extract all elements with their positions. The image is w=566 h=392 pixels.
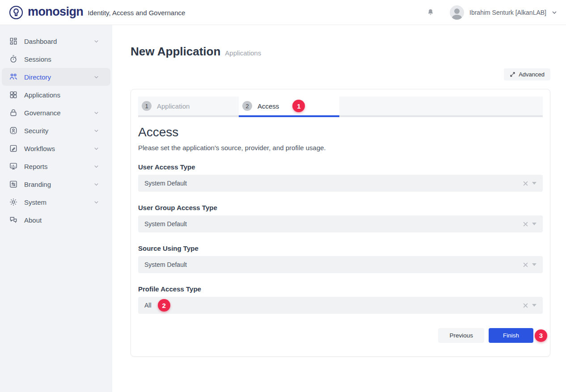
sidebar-item-dashboard[interactable]: Dashboard [2,32,110,50]
step-number: 1 [142,101,152,111]
main-content: New Application Applications Advanced 1 [112,25,566,392]
tab-strip-filler [339,97,543,117]
clear-icon[interactable] [523,222,528,227]
sidebar-item-security[interactable]: Security [2,122,110,139]
chat-question-icon [9,215,18,224]
app-window: monosign Identity, Access and Governance… [0,0,566,392]
users-icon [9,72,18,81]
chevron-down-icon[interactable] [551,9,558,16]
annotation-badge-2: 2 [158,299,170,312]
user-badge-icon [9,126,18,135]
expand-arrows-icon [510,72,515,77]
clear-icon[interactable] [523,181,528,186]
brand-tagline: Identity, Access and Governance [88,9,185,17]
profile-access-type-select[interactable]: All 2 [138,297,543,314]
advanced-button[interactable]: Advanced [504,68,550,80]
chevron-down-icon [93,163,100,170]
chevron-down-icon [93,110,100,116]
step-tab-application[interactable]: 1 Application [138,97,239,117]
chevron-down-icon [93,127,100,134]
section-heading: Access [138,125,543,139]
wizard-steps: 1 Application 2 Access 1 [138,97,543,117]
brand-wordmark: monosign [28,5,83,19]
sidebar-item-branding[interactable]: Branding [2,175,110,193]
field-source-using-type: Source Using Type System Default [138,244,543,273]
chevron-down-icon [93,145,100,152]
apps-grid-icon [9,90,18,99]
sliders-icon [9,180,18,189]
chevron-down-icon [93,181,100,188]
page-header: New Application Applications [131,45,550,59]
sidebar-item-sessions[interactable]: Sessions [2,50,110,68]
user-access-type-select[interactable]: System Default [138,175,543,192]
source-using-type-select[interactable]: System Default [138,256,543,273]
gear-icon [9,198,18,207]
sidebar-item-system[interactable]: System [2,193,110,211]
chevron-down-icon [93,74,100,80]
caret-down-icon[interactable] [532,263,536,266]
sidebar-item-applications[interactable]: Applications [2,86,110,104]
field-user-access-type: User Access Type System Default [138,163,543,192]
chart-monitor-icon [9,162,18,171]
user-group-access-type-select[interactable]: System Default [138,215,543,232]
stopwatch-icon [9,55,18,63]
caret-down-icon[interactable] [532,182,536,185]
clear-icon[interactable] [523,303,528,308]
sidebar-item-reports[interactable]: Reports [2,157,110,175]
user-avatar[interactable] [450,5,464,20]
lock-icon [9,108,18,117]
field-user-group-access-type: User Group Access Type System Default [138,204,543,232]
caret-down-icon[interactable] [532,223,536,225]
sidebar-item-governance[interactable]: Governance [2,104,110,122]
wizard-card: 1 Application 2 Access 1 Access Please s… [131,89,550,357]
finish-button[interactable]: Finish [489,328,533,343]
brand-logo[interactable]: monosign [8,4,83,21]
previous-button[interactable]: Previous [438,328,484,343]
annotation-badge-3: 3 [535,329,547,342]
annotation-badge-1: 1 [292,100,305,112]
notification-bell-icon[interactable] [427,8,435,17]
chevron-down-icon [93,38,100,45]
step-tab-access[interactable]: 2 Access 1 [239,97,339,117]
sidebar-nav: Dashboard Sessions Directory [0,25,112,392]
chevron-down-icon [93,199,100,206]
user-name: Ibrahim Senturk [AlkanLAB] [469,9,546,16]
dashboard-icon [9,37,18,46]
section-description: Please set the application's source, pro… [138,144,543,152]
sidebar-item-directory[interactable]: Directory [2,68,110,86]
breadcrumb: Applications [225,49,261,57]
workflow-pen-icon [9,144,18,153]
access-form: Access Please set the application's sour… [138,117,543,343]
lightbulb-logo-icon [8,4,24,21]
step-number: 2 [242,101,252,111]
caret-down-icon[interactable] [532,304,536,307]
page-title: New Application [131,45,220,59]
top-header: monosign Identity, Access and Governance… [0,0,566,25]
field-profile-access-type: Profile Access Type All 2 [138,285,543,314]
wizard-actions: Previous Finish 3 [138,328,547,343]
sidebar-item-about[interactable]: About [2,211,110,229]
clear-icon[interactable] [523,262,528,267]
sidebar-item-workflows[interactable]: Workflows [2,139,110,157]
